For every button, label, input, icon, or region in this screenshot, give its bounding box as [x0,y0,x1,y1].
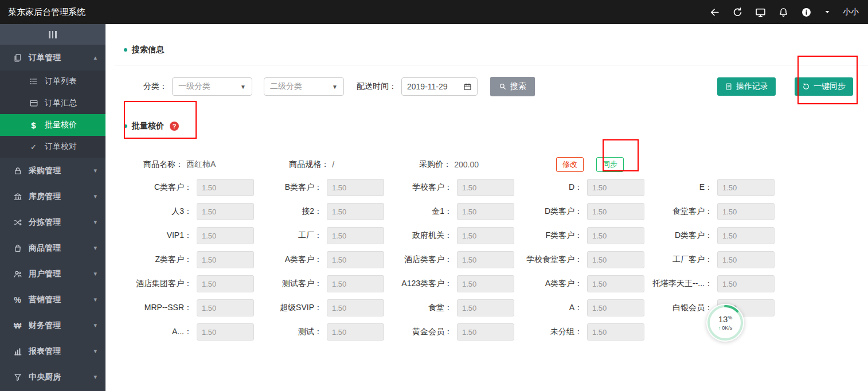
price-field-24: 托塔李天王--...： [644,275,775,292]
sidebar-item-label: 分拣管理 [29,217,61,228]
price-field-input[interactable] [587,179,644,196]
sidebar-item-7[interactable]: 分拣管理▾ [0,209,105,235]
price-field-label: 测试客户： [254,279,327,289]
back-icon[interactable] [709,7,720,18]
category-level2-select[interactable]: 二级分类 ▼ [264,77,344,96]
price-field-input[interactable] [457,179,514,196]
sidebar-item-9[interactable]: 用户管理▾ [0,261,105,287]
price-field-label: 政府机关： [384,230,457,241]
delivery-date-label: 配送时间： [357,81,397,92]
price-field-input[interactable] [327,179,384,196]
price-field-input[interactable] [197,179,254,196]
price-field-label: 黄金会员： [384,327,457,337]
sidebar-item-0[interactable]: 订单管理▴ [0,45,105,71]
sidebar-item-1[interactable]: 订单列表 [0,71,105,92]
price-field-10: VIP1： [124,227,254,244]
price-field-input[interactable] [197,323,254,341]
price-field-input[interactable] [717,275,775,292]
price-field-input[interactable] [327,203,384,220]
price-field-20: 酒店集团客户： [124,275,254,292]
sidebar-item-10[interactable]: %营销管理▾ [0,287,105,312]
category-level1-select[interactable]: 一级分类 ▼ [172,77,252,96]
price-field-input[interactable] [457,203,514,220]
divider [115,65,868,65]
price-field-32: 黄金会员： [384,323,514,341]
orders-icon [13,53,22,62]
price-field-input[interactable] [717,179,775,196]
sidebar-item-label: 订单汇总 [45,98,77,108]
caret-down-icon: ▾ [93,167,97,174]
price-field-label: 食堂客户： [644,206,717,217]
sync-all-button[interactable]: 一键同步 [795,77,853,96]
price-field-input[interactable] [587,251,644,268]
sidebar-item-4[interactable]: ✓订单校对 [0,136,105,158]
price-field-input[interactable] [197,251,254,268]
caret-down-icon[interactable] [824,9,831,15]
price-field-31: 测试： [254,323,384,341]
pricing-section-label: 批量核价 [132,121,164,131]
price-field-input[interactable] [197,275,254,292]
sidebar-item-11[interactable]: ₩财务管理▾ [0,312,105,338]
category-label: 分类： [143,81,167,92]
lock-icon [13,166,22,175]
sync-button[interactable]: 同步 [596,157,624,172]
price-field-input[interactable] [587,227,644,244]
operation-log-button[interactable]: 操作记录 [717,77,776,96]
price-field-input[interactable] [587,323,644,341]
sidebar-item-8[interactable]: 商品管理▾ [0,235,105,261]
sidebar-item-13[interactable]: 中央厨房▾ [0,364,105,390]
caret-down-icon: ▾ [93,296,97,303]
delivery-date-input[interactable]: 2019-11-29 [401,77,478,96]
dollar-icon: $ [29,120,38,130]
price-field-input[interactable] [457,227,514,244]
sidebar-item-5[interactable]: 采购管理▾ [0,158,105,183]
sidebar-item-12[interactable]: 报表管理▾ [0,338,105,364]
price-field-input[interactable] [197,227,254,244]
price-field-input[interactable] [327,227,384,244]
bell-icon[interactable] [778,7,789,18]
sidebar-item-label: 财务管理 [29,320,61,331]
price-field-input[interactable] [717,227,775,244]
price-field-13: F类客户： [514,227,644,244]
price-field-input[interactable] [197,203,254,220]
delivery-date-value: 2019-11-29 [407,82,448,91]
caret-down-icon: ▾ [93,373,97,381]
price-field-input[interactable] [327,323,384,341]
product-name-value: 西红柿A [186,159,216,170]
username[interactable]: 小小 [843,7,859,17]
price-field-input[interactable] [587,203,644,220]
report-icon [13,346,22,356]
sidebar-item-3[interactable]: $批量核价 [0,114,105,136]
refresh-icon[interactable] [732,7,743,18]
price-field-label: 未分组： [514,327,587,337]
price-field-input[interactable] [327,251,384,268]
search-button[interactable]: 搜索 [490,77,535,96]
purchase-price-label: 采购价： [419,159,451,170]
price-field-23: A类客户： [514,275,644,292]
sidebar-menu: 订单管理▴订单列表订单汇总$批量核价✓订单校对采购管理▾库房管理▾分拣管理▾商品… [0,45,105,390]
price-field-input[interactable] [717,203,775,220]
sidebar-item-2[interactable]: 订单汇总 [0,92,105,114]
price-field-15: Z类客户： [124,251,254,268]
price-field-input[interactable] [457,275,514,292]
sidebar-item-6[interactable]: 库房管理▾ [0,183,105,209]
menu-collapse-icon [49,31,50,38]
monitor-icon[interactable] [755,7,766,18]
caret-down-icon: ▾ [93,244,97,252]
sidebar-collapse-button[interactable] [0,24,105,45]
caret-up-icon: ▴ [93,54,97,61]
price-field-input[interactable] [197,299,254,316]
price-field-input[interactable] [327,299,384,316]
price-field-input[interactable] [587,275,644,292]
price-field-input[interactable] [457,299,514,316]
modify-button[interactable]: 修改 [556,157,584,172]
info-icon[interactable] [801,7,812,18]
price-field-label: A类客户： [514,279,587,289]
price-field-input[interactable] [717,251,775,268]
price-field-input[interactable] [457,251,514,268]
price-field-input[interactable] [587,299,644,316]
price-field-input[interactable] [457,323,514,341]
price-field-input[interactable] [327,275,384,292]
download-progress-widget[interactable]: 13% ↑ 0K/s [706,304,744,342]
help-icon[interactable]: ? [170,122,179,131]
